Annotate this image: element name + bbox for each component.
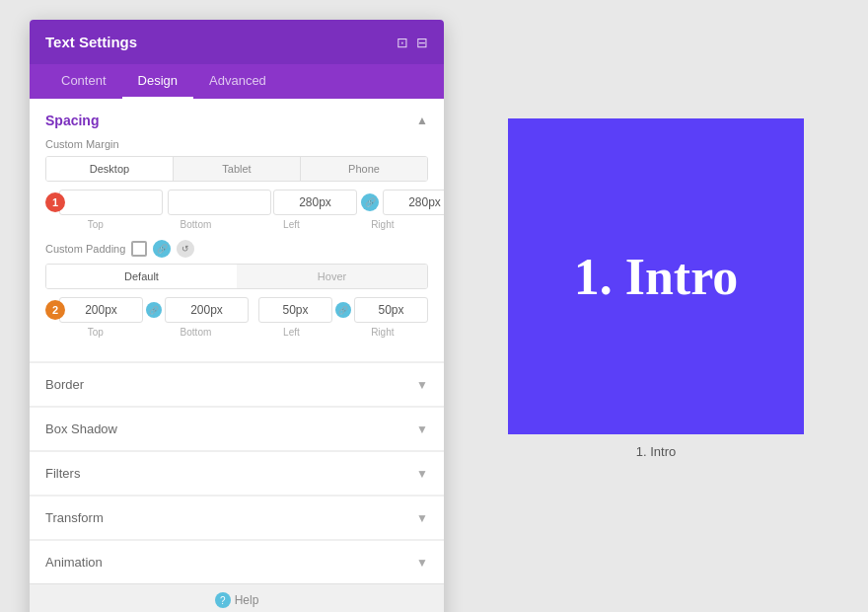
tab-advanced[interactable]: Advanced — [193, 64, 282, 99]
margin-labels: Top Bottom Left Right — [45, 219, 428, 230]
margin-bottom-label: Bottom — [146, 219, 247, 230]
badge-1: 1 — [45, 192, 65, 212]
custom-padding-label: Custom Padding — [45, 243, 125, 255]
margin-bottom-input[interactable] — [168, 190, 271, 215]
padding-bottom-label: Bottom — [146, 327, 247, 338]
padding-right-label: Right — [337, 327, 428, 338]
padding-left-label: Left — [246, 327, 336, 338]
panel-tabs: Content Design Advanced — [30, 64, 444, 99]
margin-left-label: Left — [246, 219, 336, 230]
settings-panel: Text Settings ⊡ ⊟ Content Design Advance… — [30, 20, 444, 612]
padding-tb-link-icon[interactable]: 🔗 — [146, 302, 162, 318]
device-tab-desktop[interactable]: Desktop — [46, 157, 174, 181]
margin-link-icon[interactable]: 🔗 — [361, 193, 379, 211]
padding-right-input[interactable] — [354, 297, 428, 323]
custom-margin: Custom Margin Desktop Tablet Phone 1 — [45, 138, 428, 230]
device-tabs-margin: Desktop Tablet Phone — [45, 156, 428, 182]
padding-top-label: Top — [45, 327, 146, 338]
transform-chevron: ▼ — [416, 511, 428, 525]
margin-top-label: Top — [45, 219, 146, 230]
filters-chevron: ▼ — [416, 467, 428, 481]
margin-right-label: Right — [337, 219, 428, 230]
preview-blue-box: 1. Intro — [508, 118, 804, 434]
padding-bottom-input[interactable] — [165, 297, 249, 323]
box-shadow-label: Box Shadow — [45, 421, 117, 436]
state-tab-default[interactable]: Default — [46, 265, 237, 288]
padding-header: Custom Padding 🔗 ↺ — [45, 240, 428, 258]
padding-box-icon — [131, 241, 147, 257]
section-header: Spacing ▲ — [45, 113, 428, 128]
preview-title: 1. Intro — [574, 248, 739, 306]
help-label: Help — [235, 593, 259, 607]
help-icon: ? — [215, 592, 231, 608]
animation-chevron: ▼ — [416, 556, 428, 570]
margin-input-row-1: 🔗 — [59, 190, 428, 215]
custom-padding: Custom Padding 🔗 ↺ Default Hover 2 — [45, 240, 428, 338]
section-title: Spacing — [45, 113, 99, 128]
padding-input-row: 🔗 🔗 — [59, 297, 428, 323]
tab-content[interactable]: Content — [45, 64, 122, 99]
padding-link-button[interactable]: 🔗 — [153, 240, 171, 258]
filters-label: Filters — [45, 466, 80, 481]
panel-footer: ? Help — [30, 583, 444, 612]
margin-right-input[interactable] — [383, 190, 444, 215]
spacing-section: Spacing ▲ Custom Margin Desktop Tablet P… — [30, 99, 444, 361]
filters-section[interactable]: Filters ▼ — [30, 451, 444, 495]
padding-labels: Top Bottom Left Right — [45, 327, 428, 338]
padding-lr-link-icon[interactable]: 🔗 — [335, 302, 351, 318]
border-label: Border — [45, 377, 84, 392]
badge-2: 2 — [45, 300, 65, 320]
box-shadow-section[interactable]: Box Shadow ▼ — [30, 407, 444, 450]
close-panel-icon[interactable]: ⊟ — [416, 35, 428, 50]
panel-title: Text Settings — [45, 34, 137, 50]
padding-top-input[interactable] — [59, 297, 143, 323]
box-shadow-chevron: ▼ — [416, 422, 428, 436]
state-tab-hover[interactable]: Hover — [237, 265, 427, 288]
preview-panel: 1. Intro 1. Intro — [503, 118, 809, 494]
transform-label: Transform — [45, 510, 104, 525]
screenshot-container: Text Settings ⊡ ⊟ Content Design Advance… — [0, 0, 868, 612]
section-collapse-icon[interactable]: ▲ — [416, 114, 428, 127]
custom-margin-label: Custom Margin — [45, 138, 428, 150]
transform-section[interactable]: Transform ▼ — [30, 496, 444, 539]
tab-design[interactable]: Design — [122, 64, 193, 99]
margin-top-input[interactable] — [59, 190, 163, 215]
animation-section[interactable]: Animation ▼ — [30, 540, 444, 583]
device-tab-tablet[interactable]: Tablet — [174, 157, 301, 181]
preview-bottom-label: 1. Intro — [636, 444, 676, 459]
panel-body: Spacing ▲ Custom Margin Desktop Tablet P… — [30, 99, 444, 612]
border-section[interactable]: Border ▼ — [30, 362, 444, 406]
padding-left-input[interactable] — [258, 297, 332, 323]
animation-label: Animation — [45, 555, 103, 570]
help-link[interactable]: ? Help — [215, 592, 259, 608]
panel-header-icons: ⊡ ⊟ — [397, 35, 428, 50]
device-tab-phone[interactable]: Phone — [301, 157, 427, 181]
margin-left-input[interactable] — [273, 190, 357, 215]
panel-header: Text Settings ⊡ ⊟ — [30, 20, 444, 64]
border-chevron: ▼ — [416, 378, 428, 392]
state-tabs: Default Hover — [45, 264, 428, 289]
fullscreen-icon[interactable]: ⊡ — [397, 35, 408, 50]
padding-reset-button[interactable]: ↺ — [177, 240, 194, 258]
